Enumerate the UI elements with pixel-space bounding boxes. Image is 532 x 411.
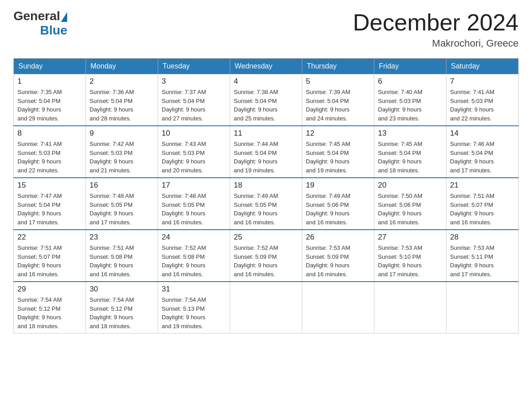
day-number: 10 bbox=[162, 129, 226, 138]
day-info: Sunrise: 7:41 AMSunset: 5:03 PMDaylight:… bbox=[450, 88, 515, 123]
day-info: Sunrise: 7:49 AMSunset: 5:05 PMDaylight:… bbox=[234, 192, 298, 227]
day-number: 15 bbox=[17, 181, 82, 190]
calendar-day-cell: 9Sunrise: 7:42 AMSunset: 5:03 PMDaylight… bbox=[86, 126, 158, 178]
day-info: Sunrise: 7:41 AMSunset: 5:03 PMDaylight:… bbox=[17, 140, 82, 175]
day-info: Sunrise: 7:45 AMSunset: 5:04 PMDaylight:… bbox=[378, 140, 442, 175]
day-number: 6 bbox=[378, 77, 442, 86]
day-info: Sunrise: 7:37 AMSunset: 5:04 PMDaylight:… bbox=[162, 88, 226, 123]
day-info: Sunrise: 7:47 AMSunset: 5:04 PMDaylight:… bbox=[17, 192, 82, 227]
logo: General Blue bbox=[13, 9, 67, 38]
location-text: Makrochori, Greece bbox=[353, 38, 519, 49]
day-number: 17 bbox=[162, 181, 226, 190]
calendar-day-cell: 28Sunrise: 7:53 AMSunset: 5:11 PMDayligh… bbox=[446, 230, 519, 282]
day-info: Sunrise: 7:49 AMSunset: 5:06 PMDaylight:… bbox=[306, 192, 370, 227]
calendar-day-cell bbox=[230, 282, 302, 334]
day-number: 3 bbox=[162, 77, 226, 86]
day-info: Sunrise: 7:51 AMSunset: 5:07 PMDaylight:… bbox=[17, 244, 82, 278]
day-info: Sunrise: 7:38 AMSunset: 5:04 PMDaylight:… bbox=[234, 88, 298, 123]
day-info: Sunrise: 7:43 AMSunset: 5:03 PMDaylight:… bbox=[162, 140, 226, 175]
calendar-day-cell: 12Sunrise: 7:45 AMSunset: 5:04 PMDayligh… bbox=[302, 126, 374, 178]
calendar-day-cell: 23Sunrise: 7:51 AMSunset: 5:08 PMDayligh… bbox=[86, 230, 158, 282]
day-info: Sunrise: 7:52 AMSunset: 5:08 PMDaylight:… bbox=[162, 244, 226, 278]
calendar-day-cell: 1Sunrise: 7:35 AMSunset: 5:04 PMDaylight… bbox=[14, 74, 86, 126]
month-title: December 2024 bbox=[353, 9, 519, 36]
day-info: Sunrise: 7:45 AMSunset: 5:04 PMDaylight:… bbox=[306, 140, 370, 175]
calendar-day-cell: 8Sunrise: 7:41 AMSunset: 5:03 PMDaylight… bbox=[14, 126, 86, 178]
day-number: 4 bbox=[234, 77, 298, 86]
day-number: 29 bbox=[17, 285, 82, 294]
day-number: 24 bbox=[162, 233, 226, 242]
day-info: Sunrise: 7:51 AMSunset: 5:07 PMDaylight:… bbox=[450, 192, 515, 227]
day-number: 12 bbox=[306, 129, 370, 138]
calendar-day-cell: 15Sunrise: 7:47 AMSunset: 5:04 PMDayligh… bbox=[14, 178, 86, 230]
calendar-header-wednesday: Wednesday bbox=[230, 59, 302, 74]
day-number: 5 bbox=[306, 77, 370, 86]
day-info: Sunrise: 7:53 AMSunset: 5:11 PMDaylight:… bbox=[450, 244, 515, 278]
day-info: Sunrise: 7:42 AMSunset: 5:03 PMDaylight:… bbox=[90, 140, 154, 175]
calendar-day-cell: 10Sunrise: 7:43 AMSunset: 5:03 PMDayligh… bbox=[158, 126, 230, 178]
day-info: Sunrise: 7:54 AMSunset: 5:13 PMDaylight:… bbox=[162, 295, 226, 330]
calendar-day-cell: 20Sunrise: 7:50 AMSunset: 5:06 PMDayligh… bbox=[374, 178, 446, 230]
calendar-table: SundayMondayTuesdayWednesdayThursdayFrid… bbox=[13, 58, 519, 334]
logo-general-text: General bbox=[13, 9, 60, 23]
calendar-day-cell: 11Sunrise: 7:44 AMSunset: 5:04 PMDayligh… bbox=[230, 126, 302, 178]
calendar-day-cell bbox=[374, 282, 446, 334]
calendar-day-cell: 19Sunrise: 7:49 AMSunset: 5:06 PMDayligh… bbox=[302, 178, 374, 230]
day-number: 16 bbox=[90, 181, 154, 190]
day-number: 11 bbox=[234, 129, 298, 138]
day-info: Sunrise: 7:54 AMSunset: 5:12 PMDaylight:… bbox=[17, 295, 82, 330]
day-info: Sunrise: 7:40 AMSunset: 5:03 PMDaylight:… bbox=[378, 88, 442, 123]
logo-triangle-icon bbox=[61, 12, 67, 22]
day-number: 25 bbox=[234, 233, 298, 242]
calendar-day-cell: 22Sunrise: 7:51 AMSunset: 5:07 PMDayligh… bbox=[14, 230, 86, 282]
calendar-week-row: 15Sunrise: 7:47 AMSunset: 5:04 PMDayligh… bbox=[14, 178, 519, 230]
day-number: 19 bbox=[306, 181, 370, 190]
calendar-day-cell: 7Sunrise: 7:41 AMSunset: 5:03 PMDaylight… bbox=[446, 74, 519, 126]
calendar-header-thursday: Thursday bbox=[302, 59, 374, 74]
day-info: Sunrise: 7:35 AMSunset: 5:04 PMDaylight:… bbox=[17, 88, 82, 123]
day-info: Sunrise: 7:39 AMSunset: 5:04 PMDaylight:… bbox=[306, 88, 370, 123]
calendar-header-row: SundayMondayTuesdayWednesdayThursdayFrid… bbox=[14, 59, 519, 74]
calendar-day-cell: 25Sunrise: 7:52 AMSunset: 5:09 PMDayligh… bbox=[230, 230, 302, 282]
day-info: Sunrise: 7:36 AMSunset: 5:04 PMDaylight:… bbox=[90, 88, 154, 123]
calendar-day-cell: 29Sunrise: 7:54 AMSunset: 5:12 PMDayligh… bbox=[14, 282, 86, 334]
calendar-day-cell: 31Sunrise: 7:54 AMSunset: 5:13 PMDayligh… bbox=[158, 282, 230, 334]
calendar-day-cell: 3Sunrise: 7:37 AMSunset: 5:04 PMDaylight… bbox=[158, 74, 230, 126]
calendar-day-cell: 14Sunrise: 7:46 AMSunset: 5:04 PMDayligh… bbox=[446, 126, 519, 178]
day-number: 23 bbox=[90, 233, 154, 242]
calendar-day-cell: 13Sunrise: 7:45 AMSunset: 5:04 PMDayligh… bbox=[374, 126, 446, 178]
day-number: 20 bbox=[378, 181, 442, 190]
calendar-day-cell: 2Sunrise: 7:36 AMSunset: 5:04 PMDaylight… bbox=[86, 74, 158, 126]
day-info: Sunrise: 7:54 AMSunset: 5:12 PMDaylight:… bbox=[90, 295, 154, 330]
calendar-header-saturday: Saturday bbox=[446, 59, 519, 74]
day-number: 14 bbox=[450, 129, 515, 138]
day-info: Sunrise: 7:46 AMSunset: 5:04 PMDaylight:… bbox=[450, 140, 515, 175]
calendar-week-row: 29Sunrise: 7:54 AMSunset: 5:12 PMDayligh… bbox=[14, 282, 519, 334]
calendar-day-cell: 30Sunrise: 7:54 AMSunset: 5:12 PMDayligh… bbox=[86, 282, 158, 334]
day-number: 26 bbox=[306, 233, 370, 242]
day-number: 2 bbox=[90, 77, 154, 86]
calendar-header-sunday: Sunday bbox=[14, 59, 86, 74]
day-info: Sunrise: 7:44 AMSunset: 5:04 PMDaylight:… bbox=[234, 140, 298, 175]
day-number: 13 bbox=[378, 129, 442, 138]
calendar-day-cell: 21Sunrise: 7:51 AMSunset: 5:07 PMDayligh… bbox=[446, 178, 519, 230]
day-info: Sunrise: 7:48 AMSunset: 5:05 PMDaylight:… bbox=[90, 192, 154, 227]
calendar-day-cell: 27Sunrise: 7:53 AMSunset: 5:10 PMDayligh… bbox=[374, 230, 446, 282]
day-number: 9 bbox=[90, 129, 154, 138]
day-info: Sunrise: 7:52 AMSunset: 5:09 PMDaylight:… bbox=[234, 244, 298, 278]
day-info: Sunrise: 7:53 AMSunset: 5:10 PMDaylight:… bbox=[378, 244, 442, 278]
day-number: 31 bbox=[162, 285, 226, 294]
calendar-week-row: 1Sunrise: 7:35 AMSunset: 5:04 PMDaylight… bbox=[14, 74, 519, 126]
day-info: Sunrise: 7:50 AMSunset: 5:06 PMDaylight:… bbox=[378, 192, 442, 227]
calendar-week-row: 8Sunrise: 7:41 AMSunset: 5:03 PMDaylight… bbox=[14, 126, 519, 178]
day-number: 22 bbox=[17, 233, 82, 242]
page-header: General Blue December 2024 Makrochori, G… bbox=[13, 9, 519, 49]
day-info: Sunrise: 7:53 AMSunset: 5:09 PMDaylight:… bbox=[306, 244, 370, 278]
calendar-day-cell: 24Sunrise: 7:52 AMSunset: 5:08 PMDayligh… bbox=[158, 230, 230, 282]
calendar-day-cell: 18Sunrise: 7:49 AMSunset: 5:05 PMDayligh… bbox=[230, 178, 302, 230]
day-info: Sunrise: 7:48 AMSunset: 5:05 PMDaylight:… bbox=[162, 192, 226, 227]
calendar-header-monday: Monday bbox=[86, 59, 158, 74]
title-section: December 2024 Makrochori, Greece bbox=[353, 9, 519, 49]
calendar-week-row: 22Sunrise: 7:51 AMSunset: 5:07 PMDayligh… bbox=[14, 230, 519, 282]
day-number: 27 bbox=[378, 233, 442, 242]
